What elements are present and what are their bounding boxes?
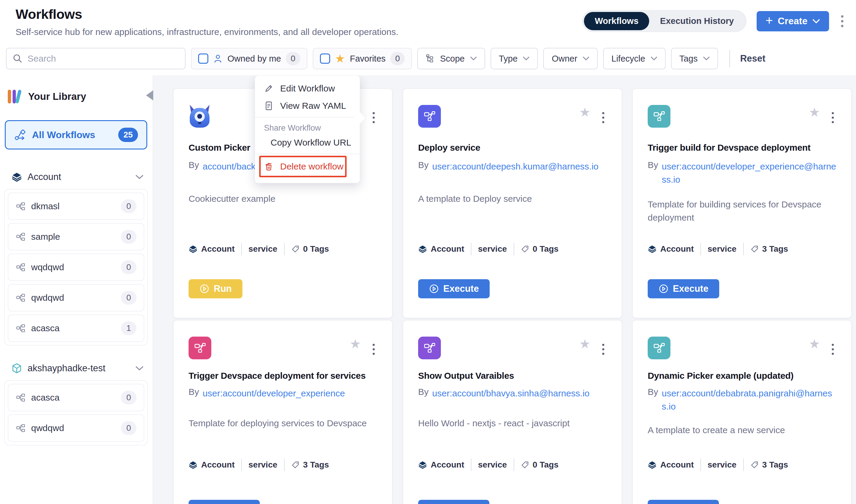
type-badge: service xyxy=(707,460,737,470)
card-title: Trigger build for Devspace deployment xyxy=(648,143,836,153)
owner-link[interactable]: user:account/bhavya.sinha@harness.io xyxy=(432,387,589,400)
tags-dropdown[interactable]: Tags xyxy=(671,48,718,69)
org-chart-icon xyxy=(16,424,25,433)
star-icon: ★ xyxy=(335,53,345,64)
plus-icon: + xyxy=(766,14,773,27)
menu-item-view-raw-yaml[interactable]: View Raw YAML xyxy=(255,97,360,114)
library-sidebar: Your Library All Workflows 25 Account xyxy=(0,75,153,504)
workflow-tile-icon xyxy=(418,337,441,359)
card-description: Template for deploying services to Devsp… xyxy=(189,417,377,430)
tab-workflows[interactable]: Workflows xyxy=(584,12,649,30)
menu-item-copy-workflow-url[interactable]: Copy Workflow URL xyxy=(255,134,360,151)
owner-dropdown[interactable]: Owner xyxy=(543,48,597,69)
card-kebab-menu-icon[interactable] xyxy=(600,110,606,125)
owned-by-me-checkbox[interactable] xyxy=(198,54,208,64)
org-chart-icon xyxy=(16,324,25,333)
type-badge: service xyxy=(249,460,277,470)
tags-badge: 0 Tags xyxy=(291,244,329,254)
workflow-context-menu: Edit Workflow View Raw YAML Share Workfl… xyxy=(255,75,360,183)
menu-item-delete-workflow[interactable]: Delete workflow xyxy=(255,158,360,175)
workflow-card-dynamic-picker-example[interactable]: ★ Dynamic Picker example (updated) Byuse… xyxy=(632,320,852,504)
menu-item-edit-workflow[interactable]: Edit Workflow xyxy=(255,80,360,97)
sidebar-item-qwdqwd[interactable]: qwdqwd 0 xyxy=(8,284,144,311)
owner-link[interactable]: account/backs xyxy=(203,160,260,173)
sidebar-item-wqdqwd[interactable]: wqdqwd 0 xyxy=(8,253,144,281)
workflow-tile-icon xyxy=(648,105,670,128)
sidebar-item-dkmasl[interactable]: dkmasl 0 xyxy=(8,193,144,220)
scope-badge: Account xyxy=(418,244,464,254)
owner-link[interactable]: user:account/deepesh.kumar@harness.io xyxy=(432,160,599,173)
org-chart-icon xyxy=(16,263,25,272)
sidebar-item-label: sample xyxy=(31,232,60,242)
owner-link[interactable]: user:account/developer_experience@harnes… xyxy=(662,160,836,186)
execute-button[interactable] xyxy=(648,500,719,504)
execute-button[interactable]: Execute xyxy=(648,279,719,298)
favorite-star-icon[interactable]: ★ xyxy=(579,106,590,119)
page-subtitle: Self-service hub for new applications, i… xyxy=(16,27,398,37)
card-title: Deploy service xyxy=(418,143,607,153)
search-input[interactable] xyxy=(28,54,179,64)
chevron-down-icon xyxy=(812,19,820,24)
favorite-star-icon[interactable]: ★ xyxy=(579,338,590,350)
section-akshayphadke-test-label: akshayphadke-test xyxy=(28,363,105,374)
favorite-star-icon[interactable]: ★ xyxy=(349,338,361,350)
layers-icon xyxy=(11,172,22,182)
sidebar-collapse-icon[interactable] xyxy=(146,90,153,101)
execute-button[interactable]: Execute xyxy=(418,279,490,298)
sidebar-item-qwdqwd-2[interactable]: qwdqwd 0 xyxy=(8,414,144,442)
run-button[interactable]: Run xyxy=(189,279,242,298)
sidebar-item-count: 0 xyxy=(121,391,136,404)
scope-badge: Account xyxy=(648,244,694,254)
person-icon xyxy=(213,54,223,64)
favorite-star-icon[interactable]: ★ xyxy=(809,338,820,350)
search-box[interactable] xyxy=(6,48,186,69)
card-title: Show Output Varaibles xyxy=(418,371,607,381)
tags-badge: 0 Tags xyxy=(521,244,559,254)
layers-icon xyxy=(189,460,198,469)
card-kebab-menu-icon[interactable] xyxy=(830,110,836,125)
workflow-card-show-output-varaibles[interactable]: ★ Show Output Varaibles Byuser:account/b… xyxy=(403,320,622,504)
workflow-card-trigger-devspace-services[interactable]: ★ Trigger Devspace deployment for servic… xyxy=(173,320,393,504)
card-kebab-menu-icon[interactable] xyxy=(371,110,377,125)
page-kebab-menu-icon[interactable] xyxy=(839,14,845,29)
org-chart-icon xyxy=(16,232,25,241)
favorites-filter[interactable]: ★ Favorites 0 xyxy=(313,48,412,69)
owner-link[interactable]: user:account/developer_experience xyxy=(203,387,345,400)
sidebar-section-account[interactable]: Account xyxy=(11,172,144,182)
reset-filters-button[interactable]: Reset xyxy=(740,53,765,64)
owned-by-me-filter[interactable]: Owned by me 0 xyxy=(191,48,307,69)
lifecycle-dropdown[interactable]: Lifecycle xyxy=(603,48,666,69)
type-dropdown[interactable]: Type xyxy=(491,48,538,69)
scope-dropdown[interactable]: Scope xyxy=(417,48,485,69)
sidebar-item-all-workflows[interactable]: All Workflows 25 xyxy=(5,120,147,149)
card-kebab-menu-icon[interactable] xyxy=(600,342,606,357)
sidebar-item-acasca[interactable]: acasca 1 xyxy=(8,314,144,342)
by-label: By xyxy=(189,160,199,170)
layers-icon xyxy=(189,245,198,253)
favorite-star-icon[interactable]: ★ xyxy=(809,106,820,119)
favorites-checkbox[interactable] xyxy=(320,54,330,64)
sidebar-item-acasca-2[interactable]: acasca 0 xyxy=(8,384,144,411)
sidebar-section-akshayphadke-test[interactable]: akshayphadke-test xyxy=(11,363,144,374)
execute-button[interactable] xyxy=(418,500,489,504)
scope-dropdown-label: Scope xyxy=(440,54,464,64)
tab-execution-history[interactable]: Execution History xyxy=(649,12,744,30)
card-kebab-menu-icon[interactable] xyxy=(371,342,377,357)
execute-button[interactable] xyxy=(189,500,260,504)
workflow-card-trigger-build-devspace[interactable]: ★ Trigger build for Devspace deployment … xyxy=(632,88,852,318)
owner-link[interactable]: user:account/debabrata.panigrahi@harness… xyxy=(662,387,836,413)
layers-icon xyxy=(418,245,427,253)
workflow-icon xyxy=(14,129,26,141)
card-kebab-menu-icon[interactable] xyxy=(830,342,836,357)
workflow-card-deploy-service[interactable]: ★ Deploy service Byuser:account/deepesh.… xyxy=(403,88,622,318)
owned-by-me-count: 0 xyxy=(286,52,300,65)
sidebar-item-sample[interactable]: sample 0 xyxy=(8,223,144,251)
menu-divider xyxy=(255,154,360,154)
play-icon xyxy=(429,284,439,294)
type-dropdown-label: Type xyxy=(499,54,518,64)
monster-icon xyxy=(189,104,211,128)
card-title: Dynamic Picker example (updated) xyxy=(648,371,836,381)
create-button[interactable]: + Create xyxy=(757,11,829,31)
type-badge: service xyxy=(478,460,507,470)
type-badge: service xyxy=(707,244,737,254)
